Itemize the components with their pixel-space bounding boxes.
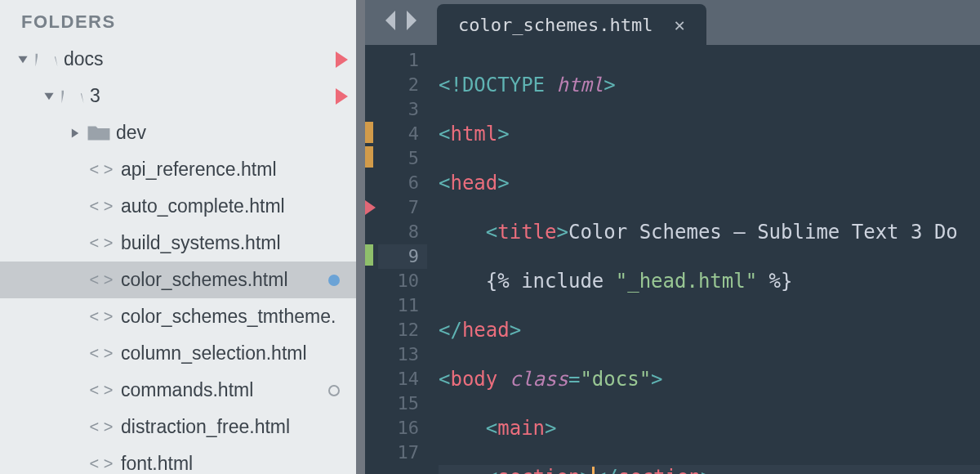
file-item-selected[interactable]: < > color_schemes.html xyxy=(0,262,356,298)
sidebar: FOLDERS docs 3 xyxy=(0,0,365,474)
folder-open-icon xyxy=(34,51,64,69)
file-name: color_schemes.html xyxy=(121,269,288,291)
code-file-icon: < > xyxy=(82,160,121,179)
file-name: build_systems.html xyxy=(121,232,281,254)
folder-icon xyxy=(87,124,116,142)
folder-label: docs xyxy=(64,48,104,70)
dirty-indicator-icon xyxy=(328,275,340,286)
file-name: color_schemes_tmtheme. xyxy=(121,306,336,328)
file-name: api_reference.html xyxy=(121,159,277,181)
tab-title: color_schemes.html xyxy=(458,15,653,35)
file-item[interactable]: < > commands.html xyxy=(0,372,356,409)
chevron-down-icon xyxy=(38,91,60,102)
nav-back-icon[interactable] xyxy=(383,11,398,35)
code-file-icon: < > xyxy=(82,381,121,400)
code-file-icon: < > xyxy=(82,344,121,363)
active-tab[interactable]: color_schemes.html ✕ xyxy=(437,4,706,45)
close-icon[interactable]: ✕ xyxy=(674,15,684,35)
folder-open-icon xyxy=(60,87,90,105)
code-file-icon: < > xyxy=(82,197,121,216)
folder-label: dev xyxy=(116,122,146,144)
bookmark-icon xyxy=(336,88,348,105)
code-file-icon: < > xyxy=(82,271,121,289)
diff-added-icon xyxy=(365,244,373,266)
diff-modified-icon xyxy=(365,146,373,168)
file-name: distraction_free.html xyxy=(121,416,290,438)
folders-header: FOLDERS xyxy=(0,0,356,41)
file-item[interactable]: < > api_reference.html xyxy=(0,151,356,188)
code-area[interactable]: 1234 5678 9101112 1314151617 <!DOCTYPE h… xyxy=(365,45,980,474)
code-file-icon: < > xyxy=(82,418,121,436)
diff-modified-icon xyxy=(365,122,373,143)
file-name: commands.html xyxy=(121,379,253,401)
file-name: column_selection.html xyxy=(121,342,307,364)
file-item[interactable]: < > build_systems.html xyxy=(0,225,356,262)
code-content[interactable]: <!DOCTYPE html> <html> <head> <title>Col… xyxy=(427,45,980,474)
chevron-down-icon xyxy=(11,54,34,65)
file-name: auto_complete.html xyxy=(121,195,285,217)
open-indicator-icon xyxy=(328,385,340,396)
folder-dev[interactable]: dev xyxy=(0,114,356,151)
file-item[interactable]: < > column_selection.html xyxy=(0,335,356,372)
folder-label: 3 xyxy=(90,85,100,107)
bookmark-icon xyxy=(336,51,348,68)
nav-arrows xyxy=(365,11,437,45)
nav-forward-icon[interactable] xyxy=(404,11,419,35)
code-file-icon: < > xyxy=(82,454,121,473)
chevron-right-icon xyxy=(64,127,87,139)
code-file-icon: < > xyxy=(82,307,121,326)
folder-tree: docs 3 dev < > api_reference.html xyxy=(0,41,356,474)
file-item[interactable]: < > font.html xyxy=(0,445,356,474)
file-name: font.html xyxy=(121,453,193,474)
editor-pane: color_schemes.html ✕ 1234 5678 9101112 1… xyxy=(365,0,980,474)
code-file-icon: < > xyxy=(82,234,121,253)
folder-docs[interactable]: docs xyxy=(0,41,356,78)
line-numbers: 1234 5678 9101112 1314151617 xyxy=(378,45,427,474)
tab-bar: color_schemes.html ✕ xyxy=(365,0,980,45)
file-item[interactable]: < > color_schemes_tmtheme. xyxy=(0,298,356,335)
file-item[interactable]: < > distraction_free.html xyxy=(0,409,356,445)
folder-3[interactable]: 3 xyxy=(0,78,356,114)
diff-deleted-icon xyxy=(365,200,376,215)
gutter-markers xyxy=(365,45,378,474)
file-item[interactable]: < > auto_complete.html xyxy=(0,188,356,225)
